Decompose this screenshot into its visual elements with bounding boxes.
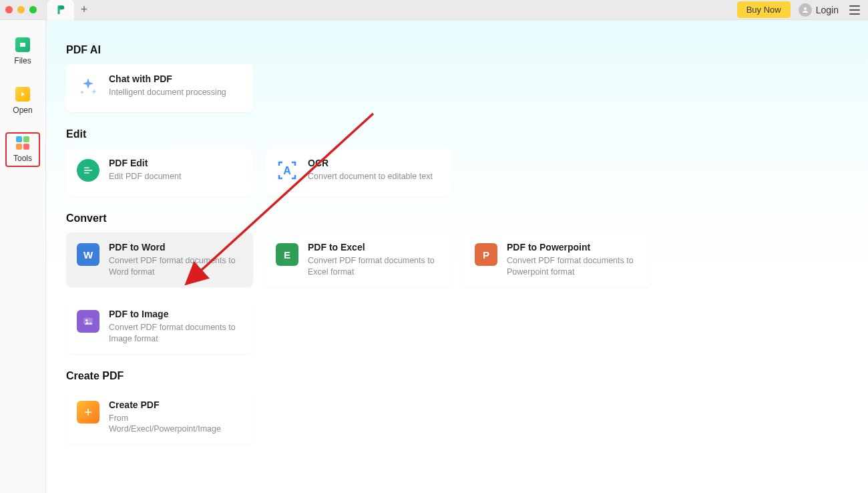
card-desc: Convert document to editable text [308, 171, 433, 182]
card-desc: From Word/Execl/Powerpoint/Image [109, 413, 242, 436]
avatar-icon [799, 3, 812, 17]
sidebar-item-label: Tools [13, 154, 32, 163]
sidebar: Files Open Tools [0, 20, 46, 493]
card-desc: Convert PDF format documents to Image fo… [109, 322, 242, 345]
svg-rect-4 [84, 170, 92, 171]
card-title: PDF to Excel [308, 242, 441, 253]
excel-icon: E [276, 243, 298, 266]
sparkle-icon [77, 75, 99, 98]
card-title: PDF Edit [109, 158, 181, 168]
card-create-pdf[interactable]: Create PDF From Word/Execl/Powerpoint/Im… [66, 390, 253, 445]
minimize-window-button[interactable] [17, 6, 25, 13]
card-title: Chat with PDF [109, 73, 226, 84]
card-desc: Convert PDF format documents to Powerpoi… [507, 255, 640, 278]
card-desc: Convert PDF format documents to Excel fo… [308, 255, 441, 278]
card-title: OCR [308, 158, 433, 168]
buy-now-button[interactable]: Buy Now [737, 1, 791, 18]
login-label: Login [816, 5, 839, 15]
open-icon [15, 87, 30, 102]
card-title: PDF to Image [109, 309, 242, 319]
svg-rect-2 [20, 44, 25, 45]
sidebar-item-files[interactable]: Files [5, 33, 40, 69]
card-title: Create PDF [109, 399, 242, 410]
card-chat-with-pdf[interactable]: Chat with PDF Intelligent document proce… [66, 64, 253, 112]
sidebar-item-tools[interactable]: Tools [5, 132, 40, 167]
powerpoint-icon: P [475, 243, 497, 266]
new-tab-button[interactable]: + [74, 0, 94, 20]
card-pdf-to-powerpoint[interactable]: P PDF to Powerpoint Convert PDF format d… [464, 232, 651, 287]
section-title-pdf-ai: PDF AI [66, 44, 848, 56]
card-pdf-edit[interactable]: PDF Edit Edit PDF document [66, 148, 253, 196]
maximize-window-button[interactable] [29, 6, 37, 13]
edit-icon [77, 159, 99, 182]
section-title-convert: Convert [66, 212, 848, 224]
svg-text:A: A [283, 165, 291, 176]
card-title: PDF to Powerpoint [507, 242, 640, 253]
svg-rect-6 [84, 172, 89, 174]
card-desc: Convert PDF format documents to Word for… [109, 255, 242, 278]
card-pdf-to-word[interactable]: W PDF to Word Convert PDF format documen… [66, 232, 253, 287]
card-pdf-to-image[interactable]: PDF to Image Convert PDF format document… [66, 299, 253, 354]
window-controls [5, 6, 37, 13]
image-icon [77, 310, 99, 333]
tools-icon [16, 136, 29, 150]
svg-rect-1 [20, 43, 25, 47]
close-window-button[interactable] [5, 6, 13, 13]
section-title-create-pdf: Create PDF [66, 370, 848, 382]
word-icon: W [77, 243, 99, 266]
create-pdf-icon [77, 401, 99, 424]
sidebar-item-label: Open [13, 106, 32, 115]
login-button[interactable]: Login [799, 3, 839, 17]
card-desc: Intelligent document processing [109, 87, 226, 98]
sidebar-item-open[interactable]: Open [5, 83, 40, 119]
titlebar: + Buy Now Login [0, 0, 868, 20]
svg-rect-5 [84, 168, 89, 169]
section-title-edit: Edit [66, 128, 848, 140]
card-title: PDF to Word [109, 242, 242, 253]
app-logo-icon [55, 4, 67, 16]
card-pdf-to-excel[interactable]: E PDF to Excel Convert PDF format docume… [265, 232, 452, 287]
svg-point-9 [85, 319, 87, 321]
card-ocr[interactable]: A OCR Convert document to editable text [265, 148, 452, 196]
ocr-icon: A [276, 159, 298, 182]
main-panel: PDF AI Chat with PDF Intelligent documen… [46, 20, 868, 493]
card-desc: Edit PDF document [109, 171, 181, 182]
svg-point-0 [804, 7, 807, 10]
files-icon [15, 37, 30, 52]
app-tab[interactable] [47, 0, 74, 20]
sidebar-item-label: Files [14, 56, 31, 65]
menu-button[interactable] [847, 3, 863, 17]
